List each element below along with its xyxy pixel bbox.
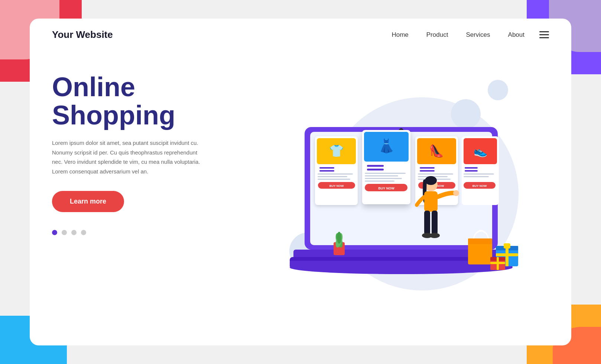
svg-rect-71 bbox=[490, 262, 505, 264]
hamburger-line-3 bbox=[539, 37, 549, 38]
hero-section: Online Shopping Lorem ipsum dolor sit am… bbox=[30, 51, 571, 344]
nav-link-product[interactable]: Product bbox=[426, 31, 448, 38]
svg-rect-31 bbox=[420, 167, 435, 169]
svg-rect-22 bbox=[365, 173, 406, 174]
svg-rect-23 bbox=[365, 175, 398, 176]
dot-1[interactable] bbox=[52, 230, 57, 235]
dot-3[interactable] bbox=[71, 230, 77, 235]
svg-rect-10 bbox=[319, 167, 334, 169]
svg-point-48 bbox=[425, 176, 437, 185]
svg-rect-60 bbox=[468, 238, 492, 244]
carousel-dots bbox=[52, 230, 276, 235]
svg-rect-21 bbox=[367, 169, 384, 170]
svg-point-67 bbox=[505, 244, 509, 248]
svg-text:BUY NOW: BUY NOW bbox=[378, 186, 394, 190]
nav-links: Home Product Services About bbox=[392, 31, 524, 39]
illustration-svg: 👕 BUY NOW 👗 bbox=[282, 97, 542, 290]
svg-rect-64 bbox=[496, 253, 518, 256]
nav-link-services[interactable]: Services bbox=[466, 31, 490, 38]
hero-title: Online Shopping bbox=[52, 73, 276, 129]
hamburger-line-1 bbox=[539, 31, 549, 32]
svg-point-58 bbox=[337, 232, 341, 244]
svg-rect-44 bbox=[464, 176, 489, 177]
hero-description: Lorem ipsum dolor sit amet, sea putant s… bbox=[52, 138, 201, 176]
hero-right: 👕 BUY NOW 👗 bbox=[276, 58, 549, 329]
svg-rect-52 bbox=[432, 211, 438, 235]
svg-rect-41 bbox=[465, 167, 478, 169]
main-card: Your Website Home Product Services About bbox=[30, 19, 571, 345]
svg-rect-24 bbox=[365, 178, 402, 179]
svg-rect-33 bbox=[418, 173, 453, 175]
svg-text:👟: 👟 bbox=[474, 144, 488, 158]
navbar: Your Website Home Product Services About bbox=[30, 19, 571, 51]
hero-left: Online Shopping Lorem ipsum dolor sit am… bbox=[52, 58, 276, 329]
svg-rect-51 bbox=[424, 211, 430, 235]
nav-item-product[interactable]: Product bbox=[426, 31, 448, 39]
svg-text:👗: 👗 bbox=[378, 138, 395, 154]
svg-rect-42 bbox=[465, 170, 478, 172]
svg-rect-11 bbox=[319, 170, 334, 172]
hamburger-line-2 bbox=[539, 34, 549, 35]
svg-rect-25 bbox=[365, 181, 394, 182]
learn-more-button[interactable]: Learn more bbox=[52, 191, 124, 212]
svg-rect-32 bbox=[420, 170, 435, 172]
svg-rect-49 bbox=[424, 191, 438, 212]
site-logo[interactable]: Your Website bbox=[52, 29, 392, 40]
svg-rect-43 bbox=[464, 173, 494, 175]
nav-link-home[interactable]: Home bbox=[392, 31, 408, 38]
svg-rect-13 bbox=[318, 176, 347, 177]
svg-point-54 bbox=[429, 233, 440, 238]
svg-rect-12 bbox=[318, 173, 353, 175]
svg-text:BUY NOW: BUY NOW bbox=[472, 184, 487, 188]
dot-2[interactable] bbox=[62, 230, 67, 235]
nav-item-home[interactable]: Home bbox=[392, 31, 408, 39]
dot-4[interactable] bbox=[81, 230, 86, 235]
svg-text:👕: 👕 bbox=[329, 144, 344, 158]
svg-text:👠: 👠 bbox=[429, 144, 444, 158]
svg-rect-20 bbox=[367, 165, 384, 167]
hamburger-menu[interactable] bbox=[539, 31, 549, 38]
nav-link-about[interactable]: About bbox=[508, 31, 524, 38]
svg-rect-14 bbox=[318, 179, 350, 180]
svg-text:BUY NOW: BUY NOW bbox=[329, 184, 344, 188]
nav-item-services[interactable]: Services bbox=[466, 31, 490, 39]
svg-point-50 bbox=[453, 190, 459, 196]
nav-item-about[interactable]: About bbox=[508, 31, 524, 39]
